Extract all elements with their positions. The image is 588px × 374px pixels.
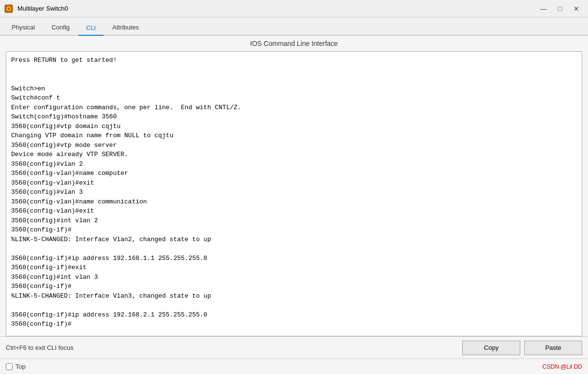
footer-bar: Top CSDN @Lil DD bbox=[0, 359, 588, 374]
tab-config[interactable]: Config bbox=[44, 19, 77, 35]
action-buttons: Copy Paste bbox=[462, 341, 582, 355]
csdn-badge: CSDN @Lil DD bbox=[543, 363, 582, 370]
cli-area: Press RETURN to get started! Switch>en S… bbox=[6, 51, 582, 336]
footer-right: CSDN @Lil DD bbox=[26, 363, 582, 370]
bottom-bar: Ctrl+F6 to exit CLI focus Copy Paste bbox=[0, 336, 588, 359]
app-icon bbox=[4, 4, 14, 14]
minimize-button[interactable]: — bbox=[536, 2, 551, 15]
main-content: IOS Command Line Interface Press RETURN … bbox=[0, 36, 588, 359]
cli-output[interactable]: Press RETURN to get started! Switch>en S… bbox=[6, 52, 582, 336]
tab-cli[interactable]: CLI bbox=[78, 20, 103, 36]
top-label: Top bbox=[15, 363, 26, 370]
maximize-button[interactable]: □ bbox=[552, 2, 568, 15]
window-title: Multilayer Switch0 bbox=[17, 5, 536, 12]
svg-point-2 bbox=[8, 8, 10, 10]
tab-attributes[interactable]: Attributes bbox=[104, 19, 147, 35]
tab-bar: Physical Config CLI Attributes bbox=[0, 17, 588, 36]
paste-button[interactable]: Paste bbox=[524, 341, 582, 355]
tab-physical[interactable]: Physical bbox=[4, 19, 43, 35]
copy-button[interactable]: Copy bbox=[462, 341, 520, 355]
top-checkbox[interactable] bbox=[6, 363, 13, 370]
footer-left: Top bbox=[6, 363, 26, 370]
cli-hint: Ctrl+F6 to exit CLI focus bbox=[6, 344, 462, 351]
close-button[interactable]: ✕ bbox=[569, 2, 584, 15]
title-bar: Multilayer Switch0 — □ ✕ bbox=[0, 0, 588, 17]
cli-title: IOS Command Line Interface bbox=[0, 36, 588, 51]
window-controls: — □ ✕ bbox=[536, 2, 584, 15]
